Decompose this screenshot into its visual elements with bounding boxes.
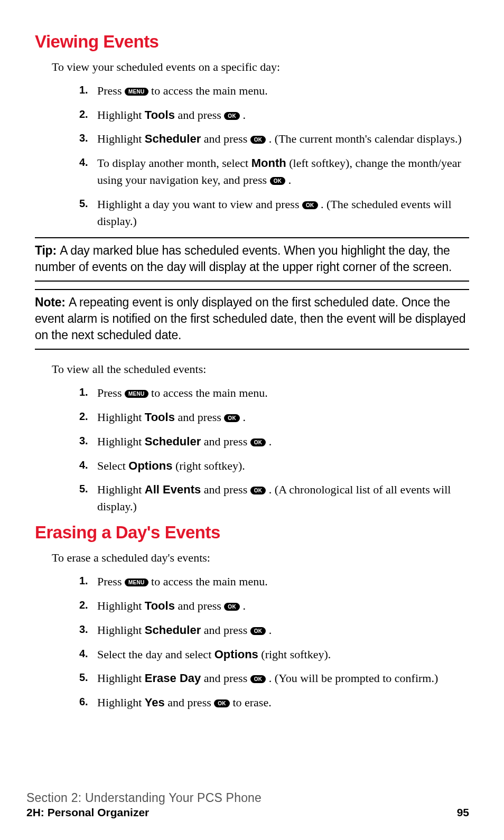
page-footer: Section 2: Understanding Your PCS Phone … bbox=[26, 791, 469, 819]
step-item: 3. Highlight Scheduler and press OK . (T… bbox=[79, 130, 469, 147]
step-text: Press bbox=[97, 575, 125, 588]
step-item: 5. Highlight All Events and press OK . (… bbox=[79, 481, 469, 515]
step-text: Highlight bbox=[97, 623, 145, 637]
step-number: 1. bbox=[79, 385, 88, 400]
step-text: Highlight bbox=[97, 696, 145, 709]
step-text: To display another month, select bbox=[97, 156, 251, 170]
step-text: . bbox=[288, 173, 292, 186]
step-text: and press bbox=[175, 410, 224, 424]
step-text: (right softkey). bbox=[172, 459, 245, 472]
ok-key-icon: OK bbox=[224, 112, 240, 120]
step-text: and press bbox=[201, 435, 250, 448]
step-text: Press bbox=[97, 84, 125, 97]
tip-text: A day marked blue has scheduled events. … bbox=[35, 244, 452, 274]
step-number: 5. bbox=[79, 481, 88, 497]
step-bold: Options bbox=[128, 459, 172, 472]
step-number: 3. bbox=[79, 130, 88, 146]
step-number: 4. bbox=[79, 646, 88, 661]
ok-key-icon: OK bbox=[214, 699, 230, 707]
ok-key-icon: OK bbox=[302, 201, 318, 209]
step-number: 1. bbox=[79, 573, 88, 589]
step-text: and press bbox=[201, 623, 250, 637]
step-text: Highlight bbox=[97, 132, 145, 145]
step-text: Highlight bbox=[97, 410, 145, 424]
step-text: Highlight bbox=[97, 671, 145, 685]
step-text: . bbox=[269, 435, 272, 448]
step-number: 6. bbox=[79, 694, 88, 710]
step-number: 3. bbox=[79, 622, 88, 637]
step-number: 4. bbox=[79, 155, 88, 170]
steps-list-3: 1. Press MENU to access the main menu. 2… bbox=[79, 573, 469, 711]
step-bold: Yes bbox=[145, 696, 165, 709]
step-number: 5. bbox=[79, 196, 88, 211]
note-label: Note: bbox=[35, 295, 69, 309]
ok-key-icon: OK bbox=[224, 603, 240, 611]
step-bold: All Events bbox=[145, 483, 201, 496]
tip-callout: Tip: A day marked blue has scheduled eve… bbox=[35, 237, 469, 282]
step-number: 3. bbox=[79, 433, 88, 449]
step-text: . (You will be prompted to confirm.) bbox=[269, 671, 438, 685]
menu-key-icon: MENU bbox=[125, 390, 148, 398]
ok-key-icon: OK bbox=[250, 438, 266, 446]
step-text: to erase. bbox=[232, 696, 271, 709]
step-bold: Tools bbox=[145, 599, 175, 612]
menu-key-icon: MENU bbox=[125, 88, 148, 96]
intro-text: To view all the scheduled events: bbox=[52, 361, 469, 377]
heading-erasing-events: Erasing a Day's Events bbox=[35, 522, 469, 543]
step-text: . bbox=[242, 410, 246, 424]
step-number: 1. bbox=[79, 82, 88, 98]
step-item: 4. Select Options (right softkey). bbox=[79, 458, 469, 474]
intro-text: To erase a scheduled day's events: bbox=[52, 550, 469, 566]
heading-viewing-events: Viewing Events bbox=[35, 32, 469, 52]
step-text: and press bbox=[201, 132, 250, 145]
step-text: and press bbox=[201, 671, 250, 685]
step-text: to access the main menu. bbox=[148, 84, 268, 97]
step-text: Highlight bbox=[97, 599, 145, 612]
step-item: 1. Press MENU to access the main menu. bbox=[79, 573, 469, 590]
ok-key-icon: OK bbox=[250, 627, 266, 635]
step-text: . (The current month's calendar displays… bbox=[269, 132, 462, 145]
step-item: 1. Press MENU to access the main menu. bbox=[79, 385, 469, 402]
step-item: 3. Highlight Scheduler and press OK . bbox=[79, 622, 469, 639]
step-item: 1. Press MENU to access the main menu. bbox=[79, 82, 469, 99]
step-text: Highlight a day you want to view and pre… bbox=[97, 198, 302, 211]
step-item: 2. Highlight Tools and press OK . bbox=[79, 107, 469, 124]
step-item: 2. Highlight Tools and press OK . bbox=[79, 409, 469, 426]
step-text: Select the day and select bbox=[97, 648, 214, 661]
step-text: and press bbox=[165, 696, 214, 709]
step-number: 4. bbox=[79, 458, 88, 473]
step-number: 2. bbox=[79, 409, 88, 424]
step-bold: Scheduler bbox=[145, 132, 201, 145]
step-item: 5. Highlight Erase Day and press OK . (Y… bbox=[79, 670, 469, 687]
step-number: 5. bbox=[79, 670, 88, 685]
step-item: 4. To display another month, select Mont… bbox=[79, 155, 469, 189]
ok-key-icon: OK bbox=[270, 177, 286, 185]
note-callout: Note: A repeating event is only displaye… bbox=[35, 289, 469, 350]
step-item: 6. Highlight Yes and press OK to erase. bbox=[79, 694, 469, 711]
step-item: 3. Highlight Scheduler and press OK . bbox=[79, 433, 469, 450]
step-bold: Erase Day bbox=[145, 671, 201, 685]
intro-text: To view your scheduled events on a speci… bbox=[52, 59, 469, 75]
step-text: Highlight bbox=[97, 483, 145, 496]
step-text: and press bbox=[175, 599, 224, 612]
step-text: Highlight bbox=[97, 435, 145, 448]
tip-label: Tip: bbox=[35, 244, 60, 257]
step-text: . bbox=[242, 599, 246, 612]
step-bold: Tools bbox=[145, 108, 175, 122]
step-text: Press bbox=[97, 386, 125, 399]
step-bold: Scheduler bbox=[145, 435, 201, 448]
step-bold: Tools bbox=[145, 410, 175, 424]
step-number: 2. bbox=[79, 598, 88, 613]
step-number: 2. bbox=[79, 107, 88, 122]
step-text: to access the main menu. bbox=[148, 386, 268, 399]
step-text: to access the main menu. bbox=[148, 575, 268, 588]
menu-key-icon: MENU bbox=[125, 578, 148, 586]
ok-key-icon: OK bbox=[250, 675, 266, 683]
footer-subsection: 2H: Personal Organizer bbox=[26, 806, 149, 819]
ok-key-icon: OK bbox=[250, 487, 266, 494]
page-number: 95 bbox=[457, 806, 469, 819]
step-bold: Scheduler bbox=[145, 623, 201, 637]
step-text: . bbox=[269, 623, 272, 637]
step-text: Highlight bbox=[97, 108, 145, 122]
steps-list-2: 1. Press MENU to access the main menu. 2… bbox=[79, 385, 469, 515]
